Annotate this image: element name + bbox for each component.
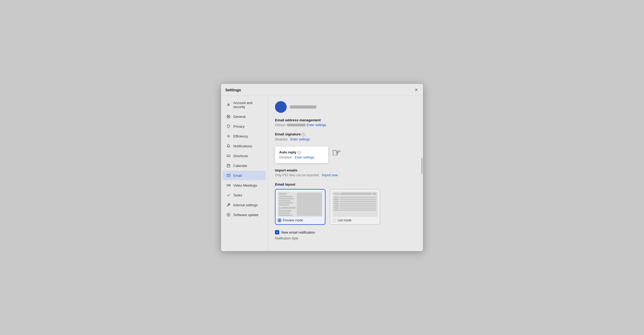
sidebar-label-notifications: Notifications [233,144,252,148]
import-emails-title: Import emails [275,168,416,172]
video-icon [226,183,231,187]
calendar-icon [226,164,231,168]
download-icon [226,213,231,217]
auto-reply-status: Disabled [279,156,292,159]
email-signature-enter-settings-link[interactable]: Enter settings [290,138,310,141]
wrench-icon [226,203,231,207]
svg-marker-19 [229,184,230,186]
sidebar-item-shortcuts[interactable]: Shortcuts [223,151,266,161]
sidebar-label-privacy: Privacy [233,124,245,128]
sidebar-item-account-security[interactable]: Account and security [223,98,266,111]
email-layout-title: Email layout [275,182,416,186]
gear-icon [226,114,231,119]
sidebar-label-efficiency: Efficiency [233,134,248,138]
notification-style-label: Notification style [275,237,416,240]
svg-rect-7 [227,155,230,157]
import-emails-sub: Only PST files can be imported Import no… [275,173,416,177]
bulb-icon [226,134,231,138]
svg-point-2 [228,135,229,137]
svg-point-0 [228,104,229,105]
preview-mode-preview [278,192,323,217]
sidebar-item-software-update[interactable]: Software update [223,210,266,220]
list-mode-radio[interactable] [332,218,336,222]
profile-section [275,101,416,113]
svg-point-1 [228,116,229,117]
import-emails-section: Import emails Only PST files can be impo… [275,168,416,177]
email-signature-info-icon[interactable]: i [302,133,305,136]
svg-rect-18 [227,184,229,186]
sidebar-item-efficiency[interactable]: Efficiency [223,131,266,141]
email-signature-status: Disabled [275,138,287,141]
list-mode-preview [332,192,378,217]
preview-mode-radio-row: Preview mode [278,218,323,222]
cursor-hand-icon: ☞ [332,147,341,159]
preview-mode-label: Preview mode [283,218,303,222]
content-area: Account and security General Privacy Eff… [221,96,423,251]
bell-icon [226,144,231,148]
preview-mode-card[interactable]: Preview mode [275,189,325,225]
avatar [275,101,287,113]
sidebar-label-software-update: Software update [233,213,259,217]
svg-rect-13 [227,164,230,167]
email-address-enter-settings-link[interactable]: Enter settings [307,123,326,127]
scrollbar[interactable] [421,158,422,174]
sidebar-item-tasks[interactable]: Tasks [223,190,266,200]
email-address-management-section: Email address management Default: Enter … [275,118,416,127]
sidebar: Account and security General Privacy Eff… [221,96,268,251]
preview-mode-radio[interactable] [278,218,281,222]
sidebar-item-email[interactable]: Email [223,171,266,180]
new-email-notification-label: New email notification [281,230,315,234]
main-content: Email address management Default: Enter … [268,96,423,251]
avatar-name-placeholder [290,105,316,109]
sidebar-item-video-meetings[interactable]: Video Meetings [223,181,266,190]
sidebar-label-general: General [233,115,245,119]
list-mode-label: List mode [338,218,351,222]
default-label: Default: [275,123,286,127]
user-icon [226,103,231,107]
new-email-notification-section: ✓ New email notification Notification st… [275,230,416,240]
close-button[interactable]: ✕ [413,87,419,92]
title-bar: Settings ✕ [221,84,423,96]
import-emails-description: Only PST files can be imported [275,173,319,177]
sidebar-label-account-security: Account and security [233,101,262,109]
auto-reply-sub: Disabled Enter settings [279,156,324,159]
default-value-placeholder [287,124,306,126]
email-signature-title: Email signature i [275,132,416,136]
auto-reply-title: Auto reply i [279,150,324,154]
sidebar-label-tasks: Tasks [233,193,242,197]
auto-reply-info-icon[interactable]: i [297,151,301,154]
auto-reply-enter-settings-link[interactable]: Enter settings [295,156,314,159]
sidebar-item-notifications[interactable]: Notifications [223,141,266,151]
email-address-management-sub: Default: Enter settings [275,123,416,127]
list-mode-radio-row: List mode [332,218,378,222]
layout-options: Preview mode [275,189,416,225]
email-icon [226,173,231,178]
import-now-link[interactable]: Import now [322,173,338,177]
email-signature-section: Email signature i Disabled Enter setting… [275,132,416,141]
auto-reply-section: Auto reply i Disabled Enter settings ☞ [275,147,416,163]
sidebar-item-general[interactable]: General [223,112,266,121]
sidebar-item-internal-settings[interactable]: Internal settings [223,200,266,210]
new-email-notification-row: ✓ New email notification [275,230,416,234]
sidebar-item-privacy[interactable]: Privacy [223,122,266,131]
sidebar-label-video-meetings: Video Meetings [233,183,257,187]
settings-window: Settings ✕ Account and security General [221,84,423,251]
window-title: Settings [225,88,241,92]
email-address-management-title: Email address management [275,118,416,122]
keyboard-icon [226,154,231,158]
auto-reply-popup: Auto reply i Disabled Enter settings ☞ [275,147,328,163]
sidebar-label-calendar: Calendar [233,164,247,168]
email-layout-section: Email layout [275,182,416,225]
tasks-icon [226,193,231,197]
sidebar-item-calendar[interactable]: Calendar [223,161,266,170]
sidebar-label-shortcuts: Shortcuts [233,154,248,158]
new-email-notification-checkbox[interactable]: ✓ [275,230,279,234]
email-signature-sub: Disabled Enter settings [275,138,416,141]
sidebar-label-email: Email [233,174,242,178]
list-mode-card[interactable]: List mode [330,189,380,225]
sidebar-label-internal-settings: Internal settings [233,203,258,207]
shield-icon [226,124,231,128]
